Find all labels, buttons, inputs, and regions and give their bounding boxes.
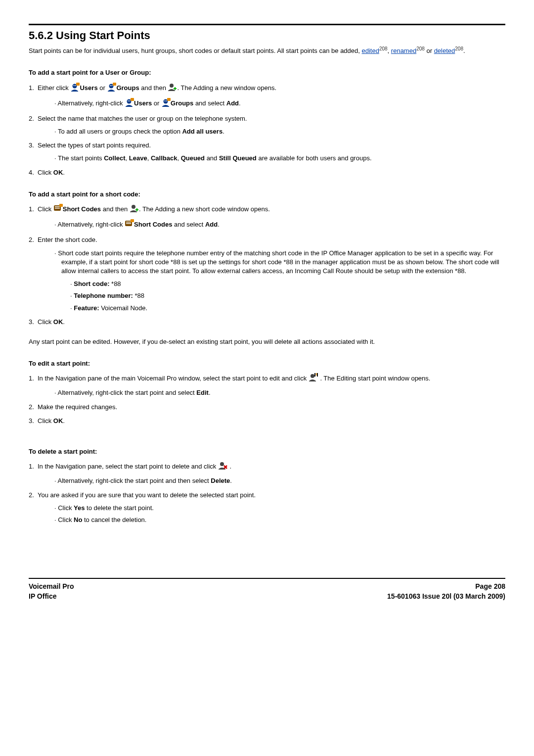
step1-text-b: or	[98, 84, 107, 92]
step1-sub: Alternatively, right-click Users or Grou…	[54, 98, 505, 109]
delete-icon	[218, 461, 228, 472]
sc1-c: . The Adding a new short code window ope…	[139, 205, 270, 213]
del-step-1: 1.In the Navigation pane, select the sta…	[29, 461, 505, 485]
section-add-shortcode-heading: To add a start point for a short code:	[29, 190, 505, 199]
step1-sub-c: and select	[193, 99, 226, 107]
sc3-a: Click	[38, 318, 53, 326]
still-queued-label: Still Queued	[219, 154, 257, 162]
step1-sub-a: Alternatively, right-click	[58, 99, 125, 107]
step3-text: Select the types of start points require…	[38, 142, 151, 149]
e3-a: Click	[38, 417, 53, 425]
footer-rule	[29, 578, 505, 579]
add-icon	[168, 83, 177, 94]
sep-2: or	[425, 47, 434, 54]
tn-label: Telephone number:	[74, 292, 133, 299]
sc2-sub-para: Short code start points require the tele…	[54, 249, 505, 313]
add-label-b: Add	[205, 221, 218, 228]
sc-detail-shortcode: Short code: *88	[70, 280, 505, 288]
page-heading: 5.6.2 Using Start Points	[29, 28, 505, 44]
sc2-sub-para-text: Short code start points require the tele…	[58, 249, 499, 275]
users-label: Users	[80, 84, 97, 92]
edit-icon	[309, 373, 318, 384]
edit-label: Edit	[196, 389, 209, 396]
d2s1-a: Click	[58, 504, 74, 512]
sc-label: Short code:	[74, 280, 109, 287]
groups-label-b: Groups	[171, 99, 193, 107]
d1-sub-b: .	[230, 477, 232, 484]
ft-val: Voicemail Node.	[99, 304, 148, 312]
e1-sub-b: .	[209, 389, 211, 396]
yes-label: Yes	[74, 504, 85, 512]
ref-208-c: 208	[455, 46, 463, 51]
step3-sub-a: The start points	[58, 154, 104, 162]
del-step2-sub-yes: Click Yes to delete the start point.	[54, 504, 505, 513]
leave-label: Leave	[129, 154, 147, 162]
footer-product: Voicemail Pro	[29, 582, 74, 592]
ok-label-3: OK	[53, 417, 63, 425]
link-renamed[interactable]: renamed	[391, 47, 416, 54]
ft-label: Feature:	[74, 304, 99, 312]
d1-sub-a: Alternatively, right-click the start poi…	[58, 477, 211, 484]
step4-b: .	[63, 169, 65, 176]
sc-step-2: 2.Enter the short code. Short code start…	[29, 236, 505, 312]
users-icon-b	[125, 98, 134, 109]
top-rule	[29, 24, 505, 25]
step-1: 1.Either click Users or Groups and then …	[29, 83, 505, 109]
short-codes-label-b: Short Codes	[134, 221, 172, 228]
delete-label: Delete	[211, 477, 230, 484]
groups-icon-b	[161, 98, 171, 109]
add-label: Add	[226, 99, 239, 107]
section-add-user-group-heading: To add a start point for a User or Group…	[29, 68, 505, 77]
sc1-b: and then	[101, 205, 130, 213]
sc-val: *88	[109, 280, 121, 287]
edit-step1-sub: Alternatively, right-click the start poi…	[54, 388, 505, 397]
del-step-2: 2.You are asked if you are sure that you…	[29, 491, 505, 525]
d1-a: In the Navigation pane, select the start…	[38, 463, 218, 470]
ref-208-b: 208	[416, 46, 425, 51]
step-3: 3.Select the types of start points requi…	[29, 141, 505, 163]
sc1-sub-b: and select	[172, 221, 205, 228]
short-codes-label: Short Codes	[63, 205, 101, 213]
users-icon	[70, 83, 80, 94]
sc3-b: .	[63, 318, 65, 326]
step2-sub-c: .	[222, 128, 224, 135]
users-label-b: Users	[134, 99, 152, 107]
step4-a: Click	[38, 169, 53, 176]
d2-text: You are asked if you are sure that you w…	[38, 491, 256, 499]
e2-text: Make the required changes.	[38, 403, 117, 411]
d2s2-b: to cancel the deletion.	[82, 516, 146, 523]
step1-sub-b: or	[152, 99, 161, 107]
step2-text: Select the name that matches the user or…	[38, 115, 247, 122]
queued-label: Queued	[181, 154, 205, 162]
sc1-a: Click	[38, 205, 53, 213]
step2-sub-a: To add all users or groups check the opt…	[58, 128, 182, 135]
link-edited[interactable]: edited	[362, 47, 379, 54]
callback-label: Callback	[151, 154, 177, 162]
add-icon-b	[130, 204, 139, 215]
d2s2-a: Click	[58, 516, 74, 523]
sc-step1-sub: Alternatively, right-click Short Codes a…	[54, 219, 505, 231]
del-step1-sub: Alternatively, right-click the start poi…	[54, 476, 505, 485]
intro-text-pre: Start points can be for individual users…	[29, 47, 362, 54]
sc1-sub-a: Alternatively, right-click	[58, 221, 125, 228]
add-all-users-label: Add all users	[182, 128, 222, 135]
del-step2-sub-no: Click No to cancel the deletion.	[54, 516, 505, 524]
sc-step-1: 1.Click Short Codes and then . The Addin…	[29, 204, 505, 231]
d2s1-b: to delete the start point.	[85, 504, 153, 512]
section-edit-heading: To edit a start point:	[29, 359, 505, 368]
footer-system: IP Office	[29, 592, 74, 602]
e1-b: . The Editing start point window opens.	[318, 375, 431, 382]
sc-detail-telephone: Telephone number: *88	[70, 291, 505, 300]
sc-detail-feature: Feature: Voicemail Node.	[70, 304, 505, 313]
intro-end: .	[463, 47, 465, 54]
intro-paragraph: Start points can be for individual users…	[29, 46, 505, 56]
short-codes-icon-b	[125, 219, 134, 231]
d1-b: .	[228, 463, 231, 470]
steps-add-shortcode: 1.Click Short Codes and then . The Addin…	[29, 204, 505, 327]
step1-text-c: and then	[139, 84, 168, 92]
e3-b: .	[63, 417, 65, 425]
no-label: No	[74, 516, 82, 523]
edit-intro-para: Any start point can be edited. However, …	[29, 337, 505, 346]
step1-text-d: . The Adding a new window opens.	[177, 84, 276, 92]
link-deleted[interactable]: deleted	[434, 47, 455, 54]
